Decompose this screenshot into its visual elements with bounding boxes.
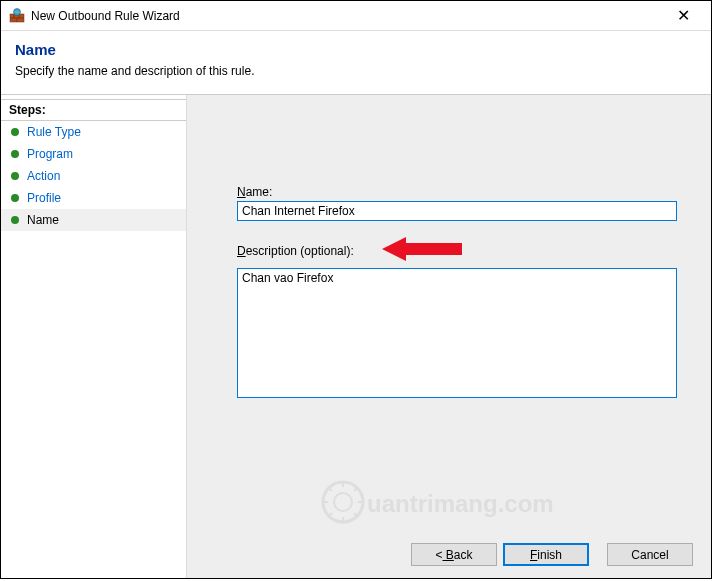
svg-line-13 <box>328 487 332 491</box>
svg-text:uantrimang.com: uantrimang.com <box>367 490 554 517</box>
description-textarea[interactable] <box>237 268 677 398</box>
wizard-header: Name Specify the name and description of… <box>1 31 711 95</box>
bullet-icon <box>11 128 19 136</box>
page-title: Name <box>15 41 697 58</box>
watermark: uantrimang.com <box>319 477 579 530</box>
wizard-window: New Outbound Rule Wizard ✕ Name Specify … <box>0 0 712 579</box>
step-name[interactable]: Name <box>1 209 186 231</box>
window-title: New Outbound Rule Wizard <box>31 9 663 23</box>
svg-line-16 <box>354 487 358 491</box>
arrow-annotation-icon <box>382 235 462 266</box>
main-panel: Name: Description (optional): <box>187 95 711 578</box>
svg-line-15 <box>328 513 332 517</box>
svg-point-8 <box>334 493 352 511</box>
step-label: Profile <box>27 191 61 205</box>
bullet-icon <box>11 194 19 202</box>
step-profile[interactable]: Profile <box>1 187 186 209</box>
name-input[interactable] <box>237 201 677 221</box>
svg-marker-6 <box>382 237 462 261</box>
bullet-icon <box>11 150 19 158</box>
steps-sidebar: Steps: Rule Type Program Action Profile … <box>1 95 187 578</box>
step-action[interactable]: Action <box>1 165 186 187</box>
wizard-body: Steps: Rule Type Program Action Profile … <box>1 95 711 578</box>
step-label: Rule Type <box>27 125 81 139</box>
svg-line-14 <box>354 513 358 517</box>
step-label: Program <box>27 147 73 161</box>
name-label: Name: <box>237 185 681 199</box>
form-block: Name: Description (optional): <box>237 185 681 401</box>
bullet-icon <box>11 216 19 224</box>
step-program[interactable]: Program <box>1 143 186 165</box>
cancel-button[interactable]: Cancel <box>607 543 693 566</box>
button-row: < Back Finish Cancel <box>411 543 693 566</box>
close-button[interactable]: ✕ <box>663 2 703 30</box>
titlebar: New Outbound Rule Wizard ✕ <box>1 1 711 31</box>
firewall-icon <box>9 8 25 24</box>
step-label: Name <box>27 213 59 227</box>
finish-button[interactable]: Finish <box>503 543 589 566</box>
svg-point-7 <box>323 482 363 522</box>
page-subtitle: Specify the name and description of this… <box>15 64 697 78</box>
back-button[interactable]: < Back <box>411 543 497 566</box>
description-label: Description (optional): <box>237 244 354 258</box>
bullet-icon <box>11 172 19 180</box>
steps-heading: Steps: <box>1 99 186 121</box>
close-icon: ✕ <box>677 6 690 25</box>
step-label: Action <box>27 169 60 183</box>
step-rule-type[interactable]: Rule Type <box>1 121 186 143</box>
